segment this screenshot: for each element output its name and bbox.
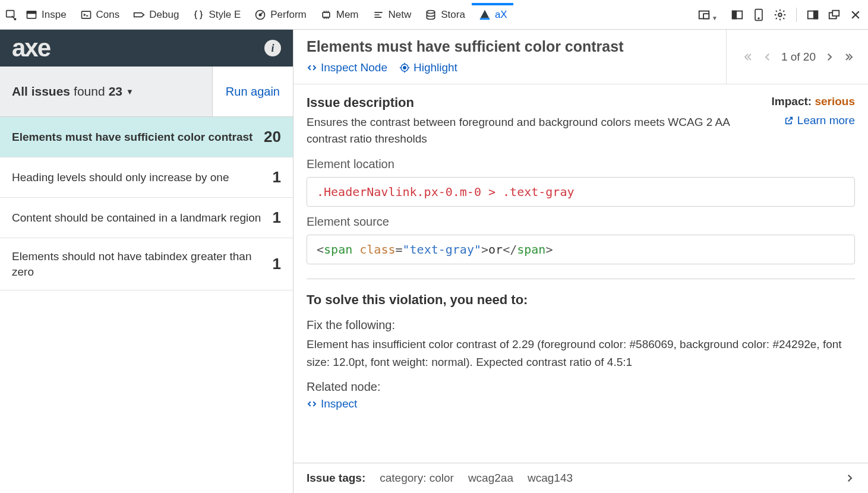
svg-point-14	[758, 18, 759, 19]
element-source-code[interactable]: <span class="text-gray">or</span>	[307, 235, 855, 264]
tab-label: Cons	[96, 9, 120, 21]
svg-point-7	[427, 10, 435, 13]
network-icon	[372, 8, 385, 21]
issue-tag: wcag143	[528, 472, 573, 485]
learn-more-label: Learn more	[797, 114, 855, 127]
dock-separate-icon[interactable]	[826, 7, 842, 23]
inspect-node-label: Inspect Node	[321, 61, 387, 74]
tags-label: Issue tags:	[307, 472, 365, 485]
pager-first-icon[interactable]	[742, 51, 754, 63]
svg-rect-3	[81, 11, 90, 18]
tab-label: Style E	[209, 9, 241, 21]
pager-prev-icon[interactable]	[762, 52, 773, 62]
fix-text: Element has insufficient color contrast …	[307, 336, 855, 371]
related-heading: Related node:	[307, 380, 855, 394]
tab-debugger[interactable]: Debug	[127, 5, 185, 25]
debugger-icon	[132, 8, 146, 21]
issue-tag: wcag2aa	[468, 472, 513, 485]
tab-network[interactable]: Netw	[366, 5, 418, 25]
highlight-label: Highlight	[414, 61, 457, 74]
target-icon	[399, 62, 410, 73]
tab-label: Perform	[270, 9, 306, 21]
close-icon[interactable]	[848, 7, 863, 23]
issue-count: 1	[273, 168, 281, 187]
svg-rect-12	[733, 11, 736, 18]
issue-label: Elements must have sufficient color cont…	[12, 129, 257, 145]
pager-last-icon[interactable]	[843, 51, 855, 63]
pick-element-icon[interactable]	[5, 8, 18, 21]
issue-tags-bar: Issue tags: category: color wcag2aa wcag…	[293, 463, 868, 493]
responsive-icon[interactable]	[730, 7, 745, 23]
tab-styleeditor[interactable]: Style E	[186, 5, 247, 25]
issue-row[interactable]: Content should be contained in a landmar…	[0, 198, 293, 238]
detail-header: Elements must have sufficient color cont…	[293, 30, 868, 84]
dropdown-caret-icon[interactable]: ▼	[712, 15, 718, 21]
description-heading: Issue description	[307, 95, 760, 110]
inspect-related-link[interactable]: Inspect	[307, 397, 357, 410]
run-again-button[interactable]: Run again	[212, 67, 293, 116]
axe-icon	[478, 8, 491, 21]
issue-row[interactable]: Elements should not have tabindex greate…	[0, 238, 293, 290]
filter-label-rest: found	[74, 84, 105, 99]
issues-filter-dropdown[interactable]: All issues found 23 ▼	[0, 67, 212, 116]
fix-heading: Fix the following:	[307, 318, 855, 332]
svg-point-15	[778, 13, 782, 17]
axe-logo: axe	[12, 34, 50, 62]
filter-row: All issues found 23 ▼ Run again	[0, 67, 293, 117]
tab-label: Inspe	[42, 9, 67, 21]
detail-body: Issue description Ensures the contrast b…	[293, 84, 868, 463]
tab-storage[interactable]: Stora	[418, 5, 471, 25]
source-heading: Element source	[307, 215, 855, 229]
inspect-label: Inspect	[321, 397, 357, 410]
location-heading: Element location	[307, 157, 855, 171]
tab-console[interactable]: Cons	[74, 5, 126, 25]
storage-icon	[424, 8, 437, 21]
issue-title: Elements must have sufficient color cont…	[307, 38, 713, 55]
inspector-icon	[25, 8, 38, 21]
svg-rect-17	[814, 11, 818, 18]
issue-row[interactable]: Heading levels should only increase by o…	[0, 157, 293, 198]
issue-pager: 1 of 20	[726, 30, 868, 84]
svg-rect-19	[832, 10, 839, 15]
chevron-down-icon: ▼	[126, 87, 134, 96]
inspect-node-link[interactable]: Inspect Node	[307, 61, 387, 74]
svg-rect-6	[323, 12, 330, 17]
highlight-link[interactable]: Highlight	[399, 61, 457, 74]
tab-label: Stora	[441, 9, 465, 21]
code-icon	[307, 399, 317, 409]
issue-label: Content should be contained in a landmar…	[12, 210, 266, 226]
devtools-toolbar: Inspe Cons Debug Style E Perform Mem Net…	[0, 0, 868, 30]
code-icon	[307, 62, 317, 73]
active-tab-indicator	[472, 3, 513, 5]
tab-memory[interactable]: Mem	[314, 5, 365, 25]
toolbar-divider	[796, 8, 797, 22]
expand-tags-icon[interactable]	[844, 473, 855, 483]
info-icon[interactable]: i	[264, 40, 281, 56]
tab-axe[interactable]: aX	[472, 5, 513, 25]
description-text: Ensures the contrast between foreground …	[307, 114, 760, 147]
issue-row[interactable]: Elements must have sufficient color cont…	[0, 117, 293, 157]
tab-inspector[interactable]: Inspe	[19, 5, 72, 25]
svg-point-21	[403, 67, 406, 69]
issue-count: 20	[264, 128, 281, 146]
device-icon[interactable]	[751, 7, 766, 23]
element-location-code[interactable]: .HeaderNavlink.px-0.m-0 > .text-gray	[307, 177, 855, 207]
issue-tag: category: color	[380, 472, 454, 485]
filter-count: 23	[109, 84, 122, 99]
settings-icon[interactable]	[772, 7, 788, 23]
learn-more-link[interactable]: Learn more	[784, 114, 855, 127]
tab-label: Netw	[389, 9, 412, 21]
impact-value: serious	[815, 95, 855, 108]
tab-performance[interactable]: Perform	[248, 5, 312, 25]
issue-count: 1	[273, 255, 281, 273]
filter-label-bold: All issues	[12, 84, 70, 99]
dock-side-icon[interactable]	[805, 7, 820, 23]
performance-icon	[254, 8, 267, 21]
svg-rect-10	[703, 14, 709, 18]
svg-rect-8	[480, 18, 490, 20]
pager-next-icon[interactable]	[824, 52, 835, 62]
iframe-picker-icon[interactable]	[696, 7, 712, 23]
solve-heading: To solve this violation, you need to:	[307, 292, 855, 308]
tab-label: Mem	[336, 9, 359, 21]
issues-list: Elements must have sufficient color cont…	[0, 117, 293, 493]
